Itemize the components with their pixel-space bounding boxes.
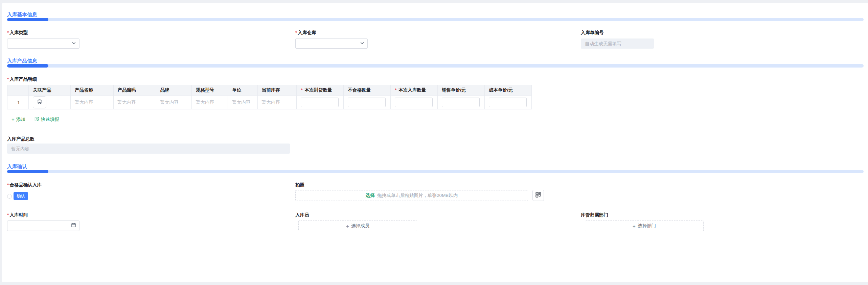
chevron-down-icon bbox=[360, 41, 364, 47]
required-mark: * bbox=[301, 87, 302, 93]
section-title-products: 入库产品信息 bbox=[7, 57, 864, 64]
section-progress-track bbox=[7, 18, 864, 21]
select-member-button[interactable]: + 选择成员 bbox=[298, 221, 417, 231]
product-detail-table: 关联产品 产品名称 产品编码 品牌 规格型号 单位 当前库存 * 本次到货数量 … bbox=[7, 85, 532, 109]
brand-cell: 暂无内容 bbox=[156, 96, 191, 109]
warehouse-select[interactable] bbox=[295, 38, 368, 49]
section-progress-track bbox=[7, 64, 864, 68]
chevron-down-icon bbox=[72, 41, 76, 47]
qr-scan-button[interactable] bbox=[532, 190, 544, 201]
select-department-button[interactable]: + 选择部门 bbox=[585, 221, 704, 231]
database-link-icon bbox=[37, 99, 42, 106]
sale-price-cell bbox=[438, 96, 485, 109]
required-mark: * bbox=[295, 30, 297, 35]
product-total-label: 入库产品总数 bbox=[7, 136, 864, 142]
col-product-name: 产品名称 bbox=[71, 85, 113, 96]
stock-in-qty-cell bbox=[391, 96, 438, 109]
cost-price-cell bbox=[485, 96, 532, 109]
keeper-department-label: 库管归属部门 bbox=[581, 212, 864, 218]
product-detail-label: *入库产品明细 bbox=[7, 76, 864, 82]
order-no-label: 入库单编号 bbox=[581, 30, 864, 36]
plus-icon: + bbox=[12, 117, 15, 122]
col-sale-price: 销售单价/元 bbox=[438, 85, 485, 96]
col-linked-product: 关联产品 bbox=[29, 85, 71, 96]
table-row: 1 暂无内容 暂无内容 暂无内容 暂无内容 暂无内容 暂无内容 bbox=[7, 96, 532, 109]
col-index bbox=[7, 85, 29, 96]
col-brand: 品牌 bbox=[156, 85, 191, 96]
add-row-button[interactable]: + 添加 bbox=[12, 116, 25, 123]
sale-price-input[interactable] bbox=[442, 98, 480, 107]
field-order-no: 入库单编号 bbox=[581, 30, 864, 49]
field-stock-in-type: *入库类型 bbox=[7, 30, 295, 49]
col-cost-price: 成本单价/元 bbox=[485, 85, 532, 96]
spec-model-cell: 暂无内容 bbox=[192, 96, 228, 109]
select-member-label: 选择成员 bbox=[351, 223, 369, 229]
section-progress-fill bbox=[7, 170, 48, 173]
order-no-input bbox=[581, 38, 654, 49]
section-progress-fill bbox=[7, 18, 48, 21]
select-department-label: 选择部门 bbox=[638, 223, 656, 229]
photo-upload-dropzone[interactable]: 选择 拖拽或单击后粘贴图片，单张20MB以内 bbox=[295, 190, 528, 201]
stock-in-operator-label: 入库员 bbox=[295, 212, 581, 218]
quick-fill-icon bbox=[34, 116, 39, 123]
section-progress-fill bbox=[7, 64, 48, 68]
col-unit: 单位 bbox=[228, 85, 257, 96]
stock-in-form-card: 入库基本信息 *入库类型 *入库仓库 入库单编号 入库产品信息 *入库产品明细 bbox=[2, 3, 868, 282]
col-spec-model: 规格型号 bbox=[192, 85, 228, 96]
stock-in-type-select[interactable] bbox=[7, 38, 79, 49]
photo-upload-hint: 拖拽或单击后粘贴图片，单张20MB以内 bbox=[378, 192, 458, 199]
photo-select-link[interactable]: 选择 bbox=[366, 192, 375, 199]
col-arrived-qty: * 本次到货数量 bbox=[297, 85, 344, 96]
col-unqualified-qty: 不合格数量 bbox=[344, 85, 391, 96]
product-name-cell: 暂无内容 bbox=[71, 96, 113, 109]
col-current-stock: 当前库存 bbox=[257, 85, 297, 96]
field-qualified-confirm: *合格品确认入库 确认 bbox=[7, 182, 295, 200]
required-mark: * bbox=[7, 77, 9, 82]
stock-in-time-label: *入库时间 bbox=[7, 212, 295, 218]
calendar-icon bbox=[71, 223, 76, 229]
section-progress-track bbox=[7, 170, 864, 173]
warehouse-label: *入库仓库 bbox=[295, 30, 581, 36]
plus-icon: + bbox=[346, 223, 349, 229]
confirm-radio[interactable] bbox=[7, 194, 12, 199]
col-stock-in-qty: * 本次入库数量 bbox=[391, 85, 438, 96]
required-mark: * bbox=[395, 87, 396, 93]
section-title-basic-info: 入库基本信息 bbox=[7, 11, 864, 18]
plus-icon: + bbox=[633, 223, 636, 229]
field-photo: 拍照 选择 拖拽或单击后粘贴图片，单张20MB以内 bbox=[295, 182, 864, 201]
link-product-button[interactable] bbox=[33, 96, 46, 108]
product-total-input bbox=[7, 144, 290, 154]
cost-price-input[interactable] bbox=[489, 98, 527, 107]
table-header-row: 关联产品 产品名称 产品编码 品牌 规格型号 单位 当前库存 * 本次到货数量 … bbox=[7, 85, 532, 96]
row-index: 1 bbox=[7, 96, 29, 109]
section-title-confirm: 入库确认 bbox=[7, 163, 864, 170]
linked-product-cell bbox=[29, 96, 71, 109]
field-stock-in-operator: 入库员 + 选择成员 bbox=[295, 212, 581, 231]
current-stock-cell: 暂无内容 bbox=[257, 96, 297, 109]
col-product-code: 产品编码 bbox=[113, 85, 156, 96]
required-mark: * bbox=[7, 182, 9, 187]
photo-label: 拍照 bbox=[295, 182, 864, 188]
qualified-confirm-label: *合格品确认入库 bbox=[7, 182, 295, 188]
quick-fill-button[interactable]: 快速填报 bbox=[34, 116, 59, 123]
field-keeper-department: 库管归属部门 + 选择部门 bbox=[581, 212, 864, 231]
add-row-label: 添加 bbox=[16, 116, 25, 123]
arrived-qty-input[interactable] bbox=[301, 98, 339, 107]
stock-in-qty-input[interactable] bbox=[395, 98, 433, 107]
unqualified-qty-cell bbox=[344, 96, 391, 109]
stock-in-time-input[interactable] bbox=[7, 221, 79, 231]
required-mark: * bbox=[7, 30, 9, 35]
arrived-qty-cell bbox=[297, 96, 344, 109]
stock-in-type-label: *入库类型 bbox=[7, 30, 295, 36]
product-code-cell: 暂无内容 bbox=[113, 96, 156, 109]
field-stock-in-time: *入库时间 bbox=[7, 212, 295, 231]
required-mark: * bbox=[7, 212, 9, 217]
field-warehouse: *入库仓库 bbox=[295, 30, 581, 49]
qr-code-icon bbox=[535, 192, 541, 199]
unit-cell: 暂无内容 bbox=[228, 96, 257, 109]
quick-fill-label: 快速填报 bbox=[41, 116, 59, 123]
unqualified-qty-input[interactable] bbox=[348, 98, 386, 107]
confirm-button[interactable]: 确认 bbox=[14, 192, 28, 200]
